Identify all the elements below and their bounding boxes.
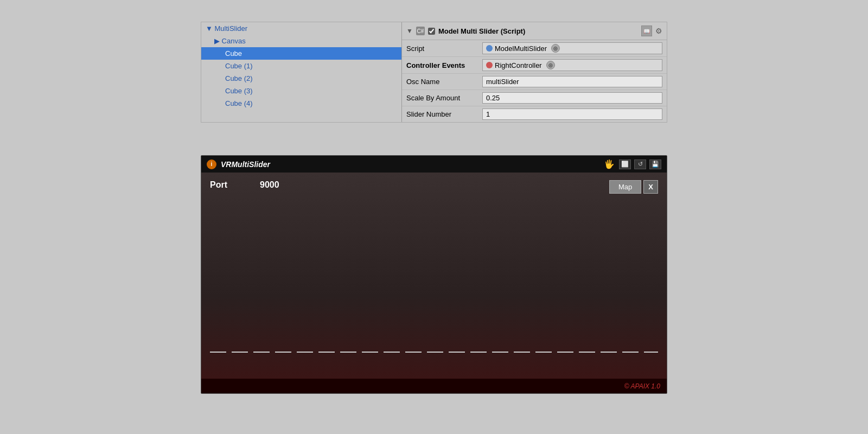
slider-label: Slider Number: [406, 110, 482, 118]
vr-window-controls: ⬜ ↺ 💾: [619, 159, 661, 169]
controller-object-icon: [486, 62, 493, 68]
script-select-btn[interactable]: ◎: [551, 44, 560, 53]
vr-copyright: © APAIX 1.0: [624, 382, 660, 390]
vr-multislider-panel: i VRMultiSlider 🖐 ⬜ ↺ 💾 Port 9000 Map X: [201, 155, 667, 394]
vr-port-label: Port: [210, 180, 227, 190]
vr-port-row: Port 9000: [210, 180, 658, 190]
vr-app-icon: i: [207, 159, 216, 169]
slider-value-input[interactable]: [482, 108, 662, 120]
vr-titlebar: i VRMultiSlider 🖐 ⬜ ↺ 💾: [201, 156, 667, 173]
component-enabled-checkbox[interactable]: [428, 28, 435, 35]
script-value[interactable]: ModelMultiSlider ◎: [482, 42, 662, 54]
inspector-header: ▼ C# Model Multi Slider (Script) 📖 ⚙: [402, 22, 667, 40]
osc-value-input[interactable]: [482, 76, 662, 87]
script-object-icon: [486, 45, 493, 52]
hierarchy-item-cube1[interactable]: Cube (1): [201, 60, 401, 72]
controller-label: Controller Events: [406, 61, 482, 69]
vr-map-button[interactable]: Map: [609, 180, 641, 194]
osc-name-row: Osc Name: [402, 74, 667, 90]
controller-events-row: Controller Events RightController ◎: [402, 57, 667, 74]
hierarchy-item-multislider[interactable]: ▼ MultiSlider: [201, 22, 401, 35]
hierarchy-item-cube3[interactable]: Cube (3): [201, 85, 401, 97]
script-label: Script: [406, 44, 482, 53]
vr-x-button[interactable]: X: [643, 180, 658, 194]
scale-value-input[interactable]: [482, 92, 662, 104]
hierarchy-pane: ▼ MultiSlider ▶ Canvas Cube Cube (1) Cub…: [201, 22, 402, 122]
script-icon: C#: [416, 27, 425, 35]
vr-save-btn[interactable]: 💾: [649, 159, 661, 169]
scale-amount-row: Scale By Amount: [402, 90, 667, 106]
inspector-pane: ▼ C# Model Multi Slider (Script) 📖 ⚙ Scr…: [402, 22, 667, 122]
vr-bottom-line: [210, 352, 658, 353]
vr-hand-icon: 🖐: [604, 159, 615, 169]
hierarchy-item-cube[interactable]: Cube: [201, 47, 401, 60]
hierarchy-item-cube4[interactable]: Cube (4): [201, 97, 401, 110]
book-icon[interactable]: 📖: [641, 25, 652, 36]
gear-icon[interactable]: ⚙: [655, 27, 662, 35]
vr-port-value: 9000: [260, 180, 279, 190]
vr-restore-btn[interactable]: ⬜: [619, 159, 631, 169]
hierarchy-item-cube2[interactable]: Cube (2): [201, 72, 401, 85]
vr-title: VRMultiSlider: [221, 160, 599, 169]
vr-refresh-btn[interactable]: ↺: [634, 159, 646, 169]
inspector-arrow-icon: ▼: [406, 27, 413, 35]
vr-footer: © APAIX 1.0: [201, 379, 667, 393]
scale-label: Scale By Amount: [406, 94, 482, 102]
hierarchy-item-canvas[interactable]: ▶ Canvas: [201, 35, 401, 47]
unity-inspector-panel: ▼ MultiSlider ▶ Canvas Cube Cube (1) Cub…: [201, 22, 667, 123]
vr-body: Port 9000 Map X: [201, 173, 667, 379]
controller-select-btn[interactable]: ◎: [546, 61, 555, 69]
vr-content-area: [210, 212, 658, 353]
inspector-title: Model Multi Slider (Script): [438, 27, 638, 35]
slider-number-row: Slider Number: [402, 106, 667, 122]
osc-label: Osc Name: [406, 78, 482, 86]
script-row: Script ModelMultiSlider ◎: [402, 40, 667, 57]
vr-map-area: Map X: [609, 180, 658, 194]
controller-value[interactable]: RightController ◎: [482, 59, 662, 71]
